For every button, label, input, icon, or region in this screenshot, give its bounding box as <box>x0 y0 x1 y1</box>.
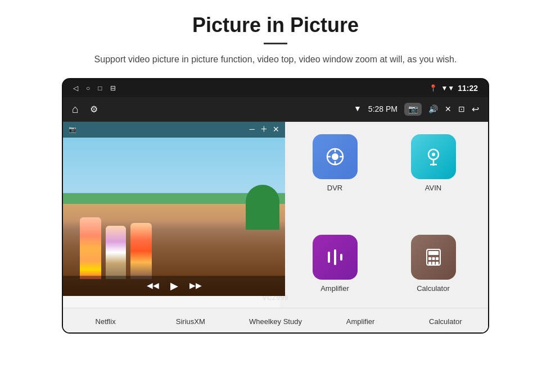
usb-icon: ⚙ <box>90 104 98 115</box>
nav-bar-right: ▼ 5:28 PM 📷 🔊 ✕ ⊡ ↩ <box>354 103 479 116</box>
svg-rect-20 <box>436 262 439 265</box>
app-cell-avin[interactable]: AVIN <box>384 127 482 229</box>
svg-point-7 <box>432 153 435 156</box>
dvr-label: DVR <box>327 184 342 192</box>
title-divider <box>264 43 287 44</box>
recent-nav-icon[interactable]: □ <box>98 84 102 92</box>
close-x-icon[interactable]: ✕ <box>445 104 451 114</box>
pip-window-icon[interactable]: ⊡ <box>458 104 465 114</box>
svg-point-1 <box>332 153 338 160</box>
avin-label: AVIN <box>425 184 441 192</box>
dvr-icon[interactable] <box>313 134 358 179</box>
home-nav-icon[interactable]: ○ <box>86 84 90 92</box>
bottom-label-wheelkey: Wheelkey Study <box>242 317 309 326</box>
pip-play-btn[interactable]: ▶ <box>170 280 178 292</box>
svg-rect-12 <box>340 254 342 261</box>
wifi-status-icon: ▼ <box>354 104 362 113</box>
nav-bar-left: ⌂ ⚙ <box>72 103 98 116</box>
calculator-label: Calculator <box>417 284 450 293</box>
bottom-label-siriusxm: SiriusXM <box>157 317 224 326</box>
volume-icon[interactable]: 🔊 <box>428 104 438 114</box>
bottom-label-calculator: Calculator <box>412 317 479 326</box>
back-nav-icon[interactable]: ◁ <box>73 84 78 92</box>
location-icon: 📍 <box>429 84 437 92</box>
app-cell-dvr[interactable]: DVR <box>286 127 384 229</box>
android-status-bar: ◁ ○ □ ⊟ 📍 ▼▼ 11:22 <box>63 79 488 97</box>
pip-resize-controls: − + ✕ <box>249 123 279 136</box>
bottom-labels-row: Netflix SiriusXM Wheelkey Study Amplifie… <box>63 308 488 334</box>
wifi-icon: ▼▼ <box>441 84 454 92</box>
pip-next-btn[interactable]: ▶▶ <box>189 281 202 290</box>
app-content: 📷 − + ✕ <box>63 122 488 334</box>
page-container: Picture in Picture Support video picture… <box>0 0 551 392</box>
avin-icon[interactable] <box>411 134 456 179</box>
pip-video-overlay[interactable]: 📷 − + ✕ <box>63 122 285 296</box>
status-bar-left: ◁ ○ □ ⊟ <box>73 84 116 92</box>
app-nav-bar: ⌂ ⚙ ▼ 5:28 PM 📷 🔊 ✕ ⊡ ↩ <box>63 97 488 122</box>
amplifier-icon[interactable] <box>313 235 358 280</box>
svg-rect-11 <box>334 249 336 265</box>
pip-top-bar: 📷 − + ✕ <box>63 122 285 138</box>
device-frame: ◁ ○ □ ⊟ 📍 ▼▼ 11:22 ⌂ ⚙ ▼ 5:28 PM 📷 🔊 <box>62 78 489 334</box>
status-bar-right: 📍 ▼▼ 11:22 <box>429 84 478 93</box>
amplifier-label: Amplifier <box>320 284 349 293</box>
pip-close-btn[interactable]: ✕ <box>273 125 279 134</box>
pip-minus-btn[interactable]: − <box>249 123 255 136</box>
home-icon[interactable]: ⌂ <box>72 103 79 116</box>
svg-rect-14 <box>428 251 439 255</box>
media-nav-icon[interactable]: ⊟ <box>110 84 116 92</box>
page-title: Picture in Picture <box>192 13 359 37</box>
pip-camera-icon: 📷 <box>69 126 76 133</box>
svg-rect-17 <box>436 257 439 260</box>
svg-rect-19 <box>432 262 435 265</box>
pip-prev-btn[interactable]: ◀◀ <box>147 281 159 290</box>
camera-icon[interactable]: 📷 <box>404 103 422 116</box>
svg-rect-10 <box>328 252 330 263</box>
calculator-icon[interactable] <box>411 235 456 280</box>
pip-video-content: ◀◀ ▶ ▶▶ <box>63 138 285 296</box>
return-icon[interactable]: ↩ <box>472 104 479 115</box>
status-time: 11:22 <box>458 84 478 93</box>
nav-time: 5:28 PM <box>368 104 398 113</box>
bottom-label-netflix: Netflix <box>72 317 139 326</box>
svg-rect-18 <box>428 262 431 265</box>
page-subtitle: Support video picture in picture functio… <box>94 52 457 67</box>
app-grid: DVR AVIN <box>280 122 488 334</box>
svg-rect-15 <box>428 257 431 260</box>
bottom-label-amplifier: Amplifier <box>327 317 394 326</box>
pip-plus-btn[interactable]: + <box>261 123 267 136</box>
svg-rect-16 <box>432 257 435 260</box>
pip-playback-controls: ◀◀ ▶ ▶▶ <box>63 276 285 296</box>
